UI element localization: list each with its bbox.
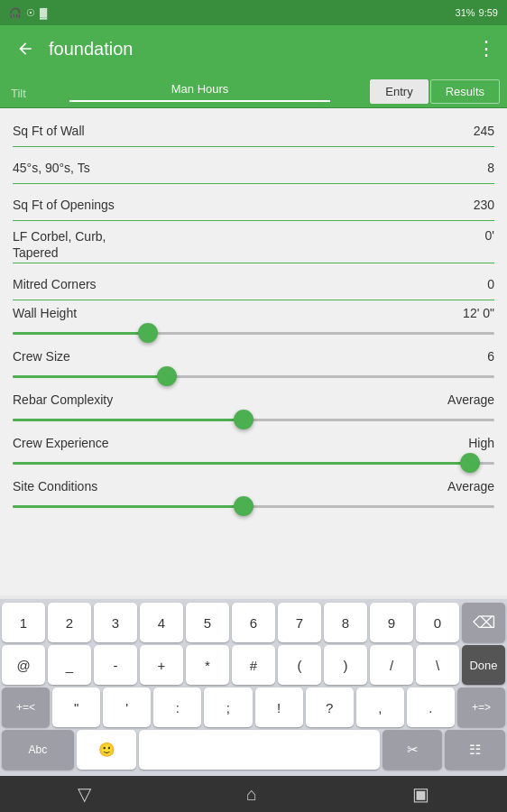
menu-button[interactable]: ⋮ (476, 37, 496, 60)
key-at[interactable]: @ (2, 645, 45, 685)
value-rebar-complexity: Average (447, 392, 494, 407)
value-sq-ft-openings[interactable]: 230 (440, 198, 494, 212)
key-backslash[interactable]: \ (416, 645, 459, 685)
wifi-icon: ☉ (26, 7, 35, 19)
label-sq-ft-openings: Sq Ft of Openings (13, 198, 440, 212)
slider-rebar-complexity: Rebar Complexity Average (0, 391, 507, 434)
tab-left-label: Tilt (0, 87, 37, 107)
key-7[interactable]: 7 (278, 603, 321, 642)
field-lf-corbel: LF Corbel, Curb,Tapered 0' (0, 225, 507, 263)
toolbar: foundation ⋮ (0, 25, 507, 72)
slider-crew-experience: Crew Experience High (0, 434, 507, 477)
keyboard-row-numbers: 1 2 3 4 5 6 7 8 9 0 ⌫ (2, 603, 505, 642)
label-sq-ft-wall: Sq Ft of Wall (13, 124, 440, 138)
key-done[interactable]: Done (462, 645, 505, 685)
key-0[interactable]: 0 (416, 603, 459, 642)
nav-home[interactable]: ⌂ (246, 784, 257, 805)
key-9[interactable]: 9 (370, 603, 413, 642)
status-bar-right: 31% 9:59 (456, 7, 498, 18)
keyboard-row-more-symbols: +=< " ' : ; ! ? , . +=> (2, 687, 505, 727)
clock: 9:59 (479, 7, 498, 18)
field-sq-ft-openings: Sq Ft of Openings 230 (0, 188, 507, 220)
page-title: foundation (49, 39, 476, 60)
nav-back[interactable]: ▽ (78, 783, 91, 805)
signal-icon: ▓ (40, 7, 47, 18)
tab-buttons: Entry Results (363, 76, 507, 107)
slider-site-conditions: Site Conditions Average (0, 477, 507, 521)
value-angles[interactable]: 8 (440, 161, 494, 175)
underline-sq-ft-wall (13, 146, 494, 147)
key-asterisk[interactable]: * (186, 645, 229, 685)
key-spacebar[interactable] (139, 730, 379, 770)
key-3[interactable]: 3 (94, 603, 137, 642)
key-scissors[interactable]: ✂ (383, 730, 443, 770)
underline-mitred (13, 300, 494, 300)
underline-sq-ft-openings (13, 220, 494, 221)
key-period[interactable]: . (407, 687, 455, 727)
key-special-left[interactable]: +=< (2, 687, 50, 727)
key-6[interactable]: 6 (232, 603, 275, 642)
slider-wall-height: Wall Height 12' 0" (0, 304, 507, 347)
key-emoji[interactable]: 🙂 (77, 730, 137, 770)
key-2[interactable]: 2 (48, 603, 91, 642)
key-colon[interactable]: : (153, 687, 201, 727)
track-crew-size[interactable] (13, 367, 494, 385)
track-site-conditions[interactable] (13, 497, 494, 515)
key-quote[interactable]: " (52, 687, 100, 727)
nav-recent[interactable]: ▣ (412, 783, 429, 805)
key-rparen[interactable]: ) (324, 645, 367, 685)
label-mitred: Mitred Corners (13, 277, 440, 291)
key-question[interactable]: ? (306, 687, 354, 727)
key-underscore[interactable]: _ (48, 645, 91, 685)
value-lf-corbel[interactable]: 0' (485, 228, 494, 243)
key-1[interactable]: 1 (2, 603, 45, 642)
tab-center-label: Man Hours (171, 82, 229, 96)
underline-lf-corbel (13, 263, 494, 263)
key-5[interactable]: 5 (186, 603, 229, 642)
key-exclamation[interactable]: ! (255, 687, 303, 727)
track-rebar-complexity[interactable] (13, 411, 494, 429)
slider-crew-size: Crew Size 6 (0, 347, 507, 391)
key-4[interactable]: 4 (140, 603, 183, 642)
value-mitred[interactable]: 0 (440, 277, 494, 291)
value-crew-size: 6 (487, 349, 494, 364)
key-minus[interactable]: - (94, 645, 137, 685)
keyboard-row-symbols: @ _ - + * # ( ) / \ Done (2, 645, 505, 685)
tab-row: Tilt Man Hours Entry Results (0, 72, 507, 108)
key-plus[interactable]: + (140, 645, 183, 685)
field-angles: 45°s, 90°s, Ts 8 (0, 151, 507, 183)
key-apostrophe[interactable]: ' (103, 687, 151, 727)
field-sq-ft-wall: Sq Ft of Wall 245 (0, 114, 507, 146)
key-lparen[interactable]: ( (278, 645, 321, 685)
field-mitred: Mitred Corners 0 (0, 267, 507, 300)
key-semicolon[interactable]: ; (204, 687, 252, 727)
underline-angles (13, 183, 494, 184)
key-abc[interactable]: Abc (2, 730, 74, 770)
value-site-conditions: Average (447, 479, 494, 494)
value-crew-experience: High (468, 436, 494, 450)
tab-entry[interactable]: Entry (370, 79, 428, 104)
status-bar: 🎧 ☉ ▓ 31% 9:59 (0, 0, 507, 25)
label-lf-corbel: LF Corbel, Curb,Tapered (13, 228, 485, 261)
key-special-right[interactable]: +=> (457, 687, 505, 727)
key-calculator[interactable]: ☷ (445, 730, 505, 770)
label-angles: 45°s, 90°s, Ts (13, 161, 440, 175)
value-sq-ft-wall[interactable]: 245 (440, 124, 494, 138)
value-wall-height: 12' 0" (463, 306, 494, 320)
key-hash[interactable]: # (232, 645, 275, 685)
tab-results[interactable]: Results (430, 79, 500, 104)
back-button[interactable] (11, 34, 40, 63)
key-slash[interactable]: / (370, 645, 413, 685)
keyboard-row-bottom: Abc 🙂 ✂ ☷ (2, 730, 505, 770)
key-backspace[interactable]: ⌫ (462, 603, 505, 642)
label-crew-experience: Crew Experience (13, 436, 109, 450)
key-comma[interactable]: , (356, 687, 404, 727)
label-site-conditions: Site Conditions (13, 479, 97, 494)
nav-bar: ▽ ⌂ ▣ (0, 776, 507, 812)
label-rebar-complexity: Rebar Complexity (13, 392, 113, 407)
status-bar-left: 🎧 ☉ ▓ (9, 7, 47, 19)
keyboard: 1 2 3 4 5 6 7 8 9 0 ⌫ @ _ - + * # ( ) / … (0, 599, 507, 776)
track-wall-height[interactable] (13, 324, 494, 342)
track-crew-experience[interactable] (13, 454, 494, 472)
key-8[interactable]: 8 (324, 603, 367, 642)
